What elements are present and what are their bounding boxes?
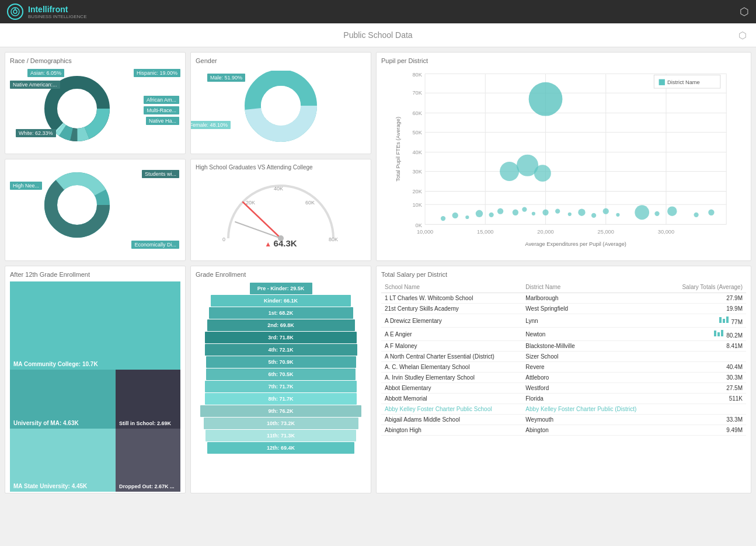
ma-state-university-cell: MA State University: 4.45K xyxy=(10,429,116,492)
svg-line-25 xyxy=(235,222,281,238)
gender-card: Gender Male: 51.90% Female: 48.10% xyxy=(190,52,371,154)
native-ha-label: Native Ha... xyxy=(146,117,179,125)
funnel-bar-3: 2nd: 69.8K xyxy=(207,319,355,331)
after-12th-card: After 12th Grade Enrollment MA Community… xyxy=(5,266,186,493)
svg-text:0K: 0K xyxy=(416,222,423,228)
pupil-district-card: Pupil per District xyxy=(376,52,751,261)
funnel-bar-4: 3rd: 71.8K xyxy=(205,332,357,343)
svg-rect-85 xyxy=(719,317,722,323)
funnel-bar-13: 12th: 69.4K xyxy=(207,442,354,454)
logo-title: Intellifront xyxy=(28,5,68,14)
salary-table-container[interactable]: School Name District Name Salary Totals … xyxy=(381,281,746,489)
grade-enrollment-card: Grade Enrollment Pre - Kinder: 29.5KKind… xyxy=(190,266,371,493)
svg-text:60K: 60K xyxy=(305,200,315,206)
gender-title: Gender xyxy=(196,57,366,64)
race-demographics-title: Race / Demographics xyxy=(10,57,180,64)
native-american-label: Native American:... xyxy=(10,81,60,89)
funnel-bar-8: 7th: 71.7K xyxy=(205,381,357,392)
svg-point-70 xyxy=(542,210,548,215)
table-row: Abington HighAbington9.49M xyxy=(381,425,746,436)
svg-point-58 xyxy=(500,162,519,181)
svg-point-66 xyxy=(497,208,503,214)
salary-table: School Name District Name Salary Totals … xyxy=(381,281,746,436)
funnel-chart: Pre - Kinder: 29.5KKinder: 66.1K1st: 68.… xyxy=(196,281,366,455)
salary-header: Salary Totals (Average) xyxy=(664,281,746,293)
svg-text:30,000: 30,000 xyxy=(658,229,674,235)
table-row: Abbott MemorialFlorida511K xyxy=(381,394,746,404)
svg-point-78 xyxy=(654,211,659,216)
salary-tbody: 1 LT Charles W. Whitcomb SchoolMarlborou… xyxy=(381,293,746,436)
svg-point-69 xyxy=(532,212,535,215)
students-wi-label: Students wi... xyxy=(142,170,179,178)
svg-point-65 xyxy=(489,213,494,217)
table-row: A E AngierNewton 80.2M xyxy=(381,328,746,341)
female-label: Female: 48.10% xyxy=(190,121,231,129)
logo-icon xyxy=(7,4,23,20)
svg-point-74 xyxy=(591,213,596,218)
table-row: A. Irvin Studley Elementary SchoolAttleb… xyxy=(381,373,746,383)
table-row: 1 LT Charles W. Whitcomb SchoolMarlborou… xyxy=(381,293,746,304)
table-row: Abby Kelley Foster Charter Public School… xyxy=(381,404,746,415)
race-demographics-card: Race / Demographics xyxy=(5,52,186,154)
svg-line-23 xyxy=(243,202,281,238)
funnel-bar-9: 8th: 71.7K xyxy=(205,393,357,405)
salary-title: Total Salary per District xyxy=(381,271,746,278)
svg-rect-90 xyxy=(721,330,723,336)
svg-text:10,000: 10,000 xyxy=(417,229,433,235)
funnel-bar-5: 4th: 72.1K xyxy=(205,344,357,356)
funnel-bar-12: 11th: 71.3K xyxy=(205,430,356,441)
svg-text:60K: 60K xyxy=(412,110,422,116)
svg-rect-87 xyxy=(726,317,729,323)
funnel-bar-7: 6th: 70.5K xyxy=(206,368,356,380)
page-export-icon[interactable]: ⬡ xyxy=(738,30,747,41)
svg-point-60 xyxy=(534,165,551,182)
svg-point-63 xyxy=(465,215,469,219)
svg-text:50K: 50K xyxy=(412,130,422,135)
svg-point-80 xyxy=(694,213,698,217)
svg-point-72 xyxy=(568,213,572,216)
mini-bar-chart xyxy=(713,329,724,338)
svg-text:80K: 80K xyxy=(412,72,422,78)
high-needs-label: High Nee... xyxy=(10,182,42,190)
funnel-bar-10: 9th: 76.2K xyxy=(200,405,361,417)
table-row: A. C. Whelan Elementary SchoolRevere40.4… xyxy=(381,362,746,373)
highschool-card: High School Graduates VS Attending Colle… xyxy=(190,159,371,261)
needs-card: High Nee... Students wi... Economically … xyxy=(5,159,186,261)
svg-rect-89 xyxy=(717,332,720,336)
svg-text:Total Pupil FTEs (Average): Total Pupil FTEs (Average) xyxy=(395,117,401,182)
svg-point-81 xyxy=(708,210,714,215)
table-row: Abbot ElementaryWestford27.5M xyxy=(381,383,746,394)
svg-text:District Name: District Name xyxy=(667,79,700,85)
logo: Intellifront BUSINESS INTELLIGENCE xyxy=(7,4,86,20)
funnel-bar-1: Kinder: 66.1K xyxy=(211,295,351,307)
school-name-header: School Name xyxy=(381,281,522,293)
funnel-bar-6: 5th: 70.9K xyxy=(206,356,356,368)
svg-point-75 xyxy=(603,208,609,214)
mini-bar-chart xyxy=(718,316,730,324)
table-row: A North Central Charter Essential (Distr… xyxy=(381,352,746,362)
svg-point-57 xyxy=(529,82,563,116)
highschool-title: High School Graduates VS Attending Colle… xyxy=(196,164,366,171)
svg-point-73 xyxy=(578,209,585,216)
after-12th-title: After 12th Grade Enrollment xyxy=(10,271,180,278)
svg-point-17 xyxy=(261,86,301,126)
male-label: Male: 51.90% xyxy=(207,74,245,82)
dropped-out-cell: Dropped Out: 2.67K ... xyxy=(116,429,180,492)
salary-card: Total Salary per District School Name Di… xyxy=(376,266,751,493)
svg-rect-86 xyxy=(723,319,725,323)
svg-text:25,000: 25,000 xyxy=(598,229,614,235)
svg-rect-83 xyxy=(659,79,665,85)
svg-point-76 xyxy=(616,213,619,217)
svg-point-77 xyxy=(635,205,649,220)
svg-text:30K: 30K xyxy=(412,169,422,175)
funnel-bar-2: 1st: 68.2K xyxy=(209,307,353,319)
table-row: Abigail Adams Middle SchoolWeymouth33.3M xyxy=(381,415,746,425)
svg-text:15,000: 15,000 xyxy=(477,229,493,235)
svg-rect-88 xyxy=(714,331,716,336)
african-am-label: African Am... xyxy=(144,96,179,104)
topbar-export-icon[interactable]: ⬡ xyxy=(740,5,749,18)
svg-text:20K: 20K xyxy=(412,189,422,194)
table-row: A F MaloneyBlackstone-Millville8.41M xyxy=(381,341,746,352)
economically-di-label: Economically Di... xyxy=(131,241,179,249)
svg-point-79 xyxy=(667,206,677,216)
